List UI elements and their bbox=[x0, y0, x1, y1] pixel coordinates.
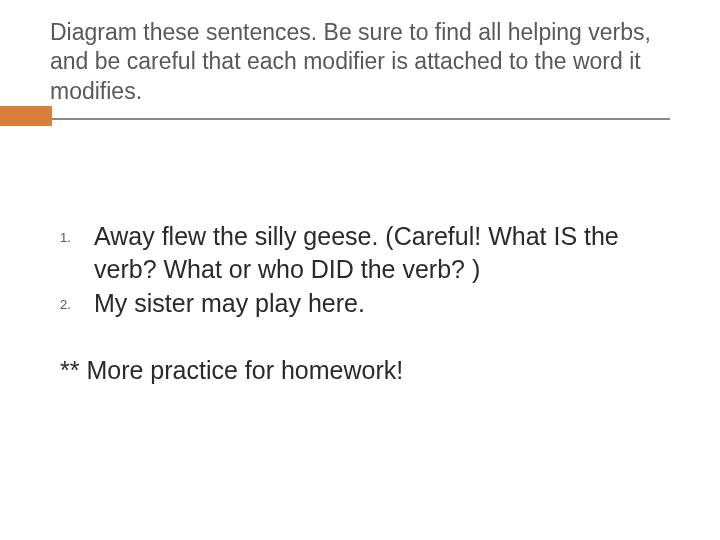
footnote: ** More practice for homework! bbox=[60, 356, 670, 385]
list-item: Away flew the silly geese. (Careful! Wha… bbox=[60, 220, 670, 285]
accent-bar bbox=[0, 106, 52, 126]
instructions-title: Diagram these sentences. Be sure to find… bbox=[50, 18, 670, 106]
title-block: Diagram these sentences. Be sure to find… bbox=[0, 0, 720, 114]
sentence-list: Away flew the silly geese. (Careful! Wha… bbox=[60, 220, 670, 320]
content-area: Away flew the silly geese. (Careful! Wha… bbox=[0, 120, 720, 385]
list-item: My sister may play here. bbox=[60, 287, 670, 320]
